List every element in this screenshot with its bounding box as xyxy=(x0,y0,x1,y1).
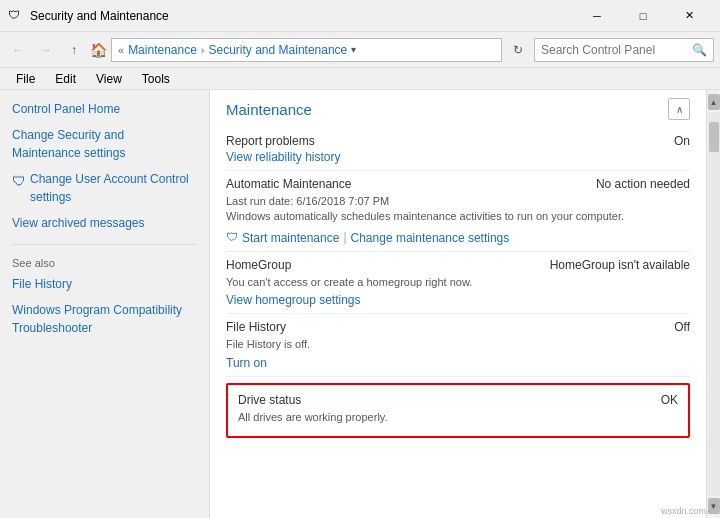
watermark: wsxdn.com✓ xyxy=(661,506,714,516)
drive-status-label: Drive status xyxy=(238,393,301,407)
sidebar-view-archived[interactable]: View archived messages xyxy=(12,214,197,232)
report-problems-status: On xyxy=(674,134,690,148)
search-input[interactable] xyxy=(541,43,692,57)
minimize-button[interactable]: ─ xyxy=(574,0,620,32)
menu-file[interactable]: File xyxy=(8,70,43,88)
start-maintenance-link[interactable]: Start maintenance xyxy=(242,231,339,245)
collapse-button[interactable]: ∧ xyxy=(668,98,690,120)
scrollbar[interactable]: ▲ ▼ xyxy=(706,90,720,518)
refresh-button[interactable]: ↻ xyxy=(506,38,530,62)
close-button[interactable]: ✕ xyxy=(666,0,712,32)
scroll-thumb[interactable] xyxy=(709,122,719,152)
report-problems-row: Report problems On View reliability hist… xyxy=(226,128,690,171)
homegroup-row: HomeGroup HomeGroup isn't available You … xyxy=(226,252,690,314)
drive-status-row: Drive status OK All drives are working p… xyxy=(226,383,690,438)
file-history-header: File History Off xyxy=(226,320,690,334)
search-icon: 🔍 xyxy=(692,43,707,57)
sidebar-change-uac[interactable]: 🛡 Change User Account Control settings xyxy=(12,170,197,206)
maintenance-shield-icon: 🛡 xyxy=(226,230,238,244)
sidebar-file-history[interactable]: File History xyxy=(12,275,197,293)
title-bar: 🛡 Security and Maintenance ─ □ ✕ xyxy=(0,0,720,32)
address-bar: ← → ↑ 🏠 « Maintenance › Security and Mai… xyxy=(0,32,720,68)
homegroup-label: HomeGroup xyxy=(226,258,291,272)
homegroup-settings-link[interactable]: View homegroup settings xyxy=(226,293,690,307)
section-header: Maintenance ∧ xyxy=(210,90,706,126)
view-reliability-link[interactable]: View reliability history xyxy=(226,150,690,164)
sidebar-divider xyxy=(12,244,197,245)
path-separator-left: « xyxy=(118,44,124,56)
path-dropdown-chevron[interactable]: ▾ xyxy=(351,44,356,55)
scroll-track xyxy=(708,112,720,496)
homegroup-sub: You can't access or create a homegroup r… xyxy=(226,275,690,290)
file-history-status: Off xyxy=(674,320,690,334)
drive-status-status: OK xyxy=(661,393,678,407)
menu-tools[interactable]: Tools xyxy=(134,70,178,88)
back-button[interactable]: ← xyxy=(6,38,30,62)
report-problems-label: Report problems xyxy=(226,134,315,148)
automatic-maintenance-header: Automatic Maintenance No action needed xyxy=(226,177,690,191)
window-controls: ─ □ ✕ xyxy=(574,0,712,32)
sidebar: Control Panel Home Change Security andMa… xyxy=(0,90,210,518)
link-separator: | xyxy=(343,230,346,244)
search-box: 🔍 xyxy=(534,38,714,62)
maintenance-links: 🛡 Start maintenance | Change maintenance… xyxy=(226,229,690,245)
sidebar-change-security[interactable]: Change Security andMaintenance settings xyxy=(12,126,197,162)
file-history-sub: File History is off. xyxy=(226,337,690,352)
drive-status-header: Drive status OK xyxy=(238,393,678,407)
menu-edit[interactable]: Edit xyxy=(47,70,84,88)
window-title: Security and Maintenance xyxy=(30,9,574,23)
automatic-maintenance-label: Automatic Maintenance xyxy=(226,177,351,191)
section-title: Maintenance xyxy=(226,101,312,118)
sidebar-compat-troubleshooter[interactable]: Windows Program Compatibility Troublesho… xyxy=(12,301,197,337)
address-path: « Maintenance › Security and Maintenance… xyxy=(111,38,502,62)
main-layout: Control Panel Home Change Security andMa… xyxy=(0,90,720,518)
menu-view[interactable]: View xyxy=(88,70,130,88)
homegroup-header: HomeGroup HomeGroup isn't available xyxy=(226,258,690,272)
file-history-label: File History xyxy=(226,320,286,334)
path-system-security[interactable]: Maintenance xyxy=(128,43,197,57)
window-icon: 🛡 xyxy=(8,8,24,24)
automatic-maintenance-status: No action needed xyxy=(596,177,690,191)
drive-status-sub: All drives are working properly. xyxy=(238,410,678,425)
address-icon: 🏠 xyxy=(90,42,107,58)
homegroup-status: HomeGroup isn't available xyxy=(550,258,690,272)
turn-on-link[interactable]: Turn on xyxy=(226,356,690,370)
restore-button[interactable]: □ xyxy=(620,0,666,32)
uac-shield-icon: 🛡 xyxy=(12,171,26,192)
change-maintenance-settings-link[interactable]: Change maintenance settings xyxy=(351,231,510,245)
sidebar-control-panel-home[interactable]: Control Panel Home xyxy=(12,100,197,118)
content-body: Report problems On View reliability hist… xyxy=(210,126,706,454)
up-button[interactable]: ↑ xyxy=(62,38,86,62)
see-also-label: See also xyxy=(12,257,197,269)
content-area: Maintenance ∧ Report problems On View re… xyxy=(210,90,706,518)
automatic-maintenance-sub: Last run date: 6/16/2018 7:07 PM Windows… xyxy=(226,194,690,225)
report-problems-header: Report problems On xyxy=(226,134,690,148)
menu-bar: File Edit View Tools xyxy=(0,68,720,90)
automatic-maintenance-row: Automatic Maintenance No action needed L… xyxy=(226,171,690,252)
file-history-row: File History Off File History is off. Tu… xyxy=(226,314,690,376)
path-security-maintenance[interactable]: Security and Maintenance xyxy=(209,43,348,57)
path-arrow: › xyxy=(201,44,205,56)
forward-button[interactable]: → xyxy=(34,38,58,62)
sidebar-uac-label: Change User Account Control settings xyxy=(30,170,197,206)
scroll-up-arrow[interactable]: ▲ xyxy=(708,94,720,110)
